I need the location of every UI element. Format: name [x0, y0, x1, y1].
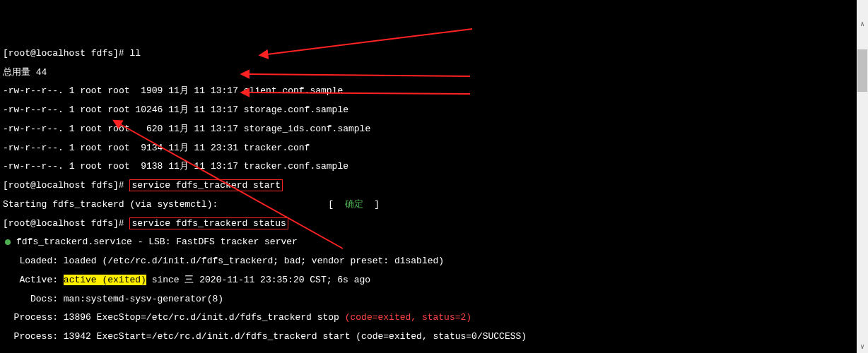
scrollbar[interactable]: ∧ ∨ — [857, 0, 868, 353]
shell-prompt: [root@localhost fdfs]# — [3, 218, 124, 229]
scroll-up-button[interactable]: ∧ — [857, 19, 868, 30]
shell-prompt: [root@localhost fdfs]# — [3, 180, 124, 191]
file-row: -rw-r--r--. 1 root root 10246 11月 11 13:… — [3, 105, 865, 114]
file-row: -rw-r--r--. 1 root root 1909 11月 11 13:1… — [3, 86, 865, 95]
active-label: Active: — [3, 275, 64, 285]
process-stop: Process: 13896 ExecStop=/etc/rc.d/init.d… — [3, 312, 345, 323]
ok-bracket: [ — [328, 199, 344, 210]
active-value: active (exited) — [64, 275, 146, 285]
loaded-line: Loaded: loaded (/etc/rc.d/init.d/fdfs_tr… — [3, 256, 865, 265]
terminal-output[interactable]: [root@localhost fdfs]# ll 总用量 44 -rw-r--… — [0, 38, 868, 354]
chevron-up-icon: ∧ — [860, 21, 864, 28]
command-start: service fdfs_trackerd start — [129, 179, 283, 191]
process-stop-code: (code=exited, status=2) — [345, 312, 471, 323]
command-ll: ll — [129, 48, 141, 59]
starting-text: Starting fdfs_trackerd (via systemctl): — [3, 199, 218, 210]
ok-bracket: ] — [363, 199, 380, 210]
command-status: service fdfs_trackerd status — [129, 217, 288, 229]
file-row: -rw-r--r--. 1 root root 620 11月 11 13:17… — [3, 124, 865, 133]
docs-line: Docs: man:systemd-sysv-generator(8) — [3, 294, 865, 304]
ok-text: 确定 — [345, 199, 363, 210]
scroll-down-button[interactable]: ∨ — [857, 342, 868, 353]
status-dot-icon — [5, 239, 11, 245]
file-row: -rw-r--r--. 1 root root 9134 11月 11 23:3… — [3, 143, 865, 152]
total-line: 总用量 44 — [3, 68, 865, 77]
shell-prompt: [root@localhost fdfs]# — [3, 48, 124, 59]
scroll-thumb[interactable] — [857, 49, 867, 92]
active-since: since 三 2020-11-11 23:35:20 CST; 6s ago — [146, 275, 370, 285]
chevron-down-icon: ∨ — [860, 344, 864, 351]
service-title: fdfs_trackerd.service - LSB: FastDFS tra… — [16, 237, 298, 247]
process-start: Process: 13942 ExecStart=/etc/rc.d/init.… — [3, 332, 865, 341]
file-row: -rw-r--r--. 1 root root 9138 11月 11 13:1… — [3, 162, 865, 171]
